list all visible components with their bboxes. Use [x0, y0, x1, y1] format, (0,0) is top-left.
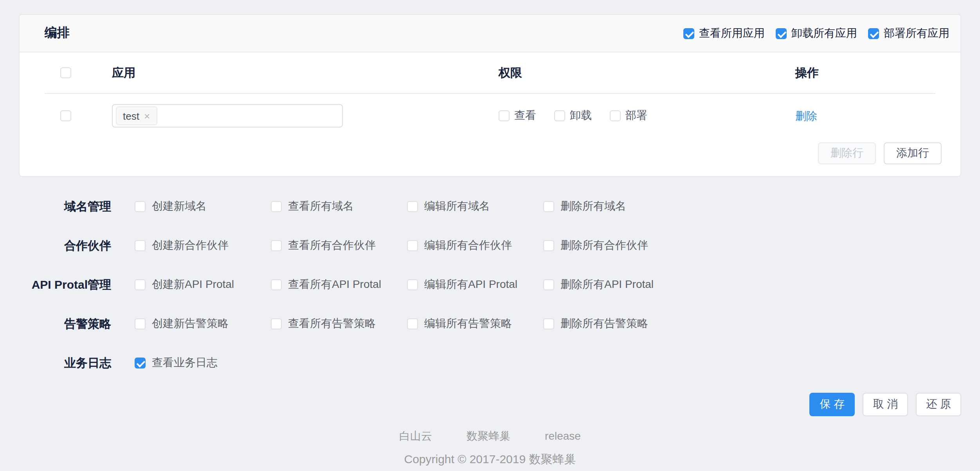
group-alert-policy: 告警策略 创建新告警策略 查看所有告警策略 编辑所有告警策略 删除所有告警策略: [19, 304, 961, 343]
permission-checkbox[interactable]: 编辑所有域名: [407, 200, 543, 214]
footer-link-baishan[interactable]: 白山云: [399, 430, 432, 444]
group-api-portal: API Protal管理 创建新API Protal 查看所有API Prota…: [19, 265, 961, 304]
checkbox-icon[interactable]: [407, 240, 418, 251]
checkbox-label: 查看: [514, 109, 536, 123]
form-actions: 保 存 取 消 还 原: [19, 393, 961, 416]
checkbox-label: 卸载: [570, 109, 592, 123]
permission-checkbox[interactable]: 删除所有域名: [543, 200, 679, 214]
checkbox-icon[interactable]: [407, 279, 418, 290]
orchestration-panel: 编排 查看所用应用 卸载所有应用 部署所有应用: [19, 14, 961, 177]
delete-row-button[interactable]: 删除行: [818, 142, 876, 164]
checkbox-label: 部署所有应用: [884, 26, 949, 40]
column-header-app: 应用: [112, 65, 499, 80]
permission-checkbox[interactable]: 删除所有告警策略: [543, 317, 679, 331]
group-partner: 合作伙伴 创建新合作伙伴 查看所有合作伙伴 编辑所有合作伙伴 删除所有合作伙伴: [19, 226, 961, 265]
global-permission-deploy-all[interactable]: 部署所有应用: [868, 26, 949, 40]
permission-checkbox[interactable]: 查看所有API Protal: [271, 278, 407, 292]
app-select-input[interactable]: test ×: [112, 104, 343, 128]
permission-checkbox[interactable]: 查看所有域名: [271, 200, 407, 214]
row-select-checkbox[interactable]: [60, 110, 71, 121]
checkbox-icon[interactable]: [543, 201, 554, 212]
checkbox-icon[interactable]: [543, 279, 554, 290]
checkbox-icon[interactable]: [135, 201, 146, 212]
checkbox-icon[interactable]: [407, 318, 418, 329]
panel-title: 编排: [45, 25, 70, 41]
table-row: test × 查看 卸载 部: [45, 94, 935, 138]
app-tag: test ×: [116, 106, 157, 125]
permission-checkbox[interactable]: 编辑所有API Protal: [407, 278, 543, 292]
group-name: API Protal管理: [19, 277, 111, 292]
global-permissions: 查看所用应用 卸载所有应用 部署所有应用: [683, 26, 949, 40]
checkbox-icon[interactable]: [683, 28, 694, 39]
permission-checkbox[interactable]: 删除所有合作伙伴: [543, 239, 679, 253]
copyright: Copyright © 2017-2019 数聚蜂巢: [0, 452, 980, 467]
checkbox-icon[interactable]: [135, 358, 146, 369]
footer-link-shuju[interactable]: 数聚蜂巢: [467, 430, 510, 444]
app-permission-table: 应用 权限 操作 test ×: [20, 52, 960, 138]
row-permissions: 查看 卸载 部署: [499, 109, 795, 123]
permission-checkbox[interactable]: 删除所有API Protal: [543, 278, 679, 292]
permission-checkbox[interactable]: 创建新合作伙伴: [135, 239, 271, 253]
global-permission-uninstall-all[interactable]: 卸载所有应用: [776, 26, 857, 40]
table-buttons: 删除行 添加行: [20, 138, 960, 164]
group-name: 告警策略: [19, 316, 111, 331]
group-domain: 域名管理 创建新域名 查看所有域名 编辑所有域名 删除所有域名: [19, 187, 961, 226]
checkbox-icon[interactable]: [868, 28, 879, 39]
column-header-permission: 权限: [499, 65, 795, 80]
checkbox-icon[interactable]: [776, 28, 787, 39]
checkbox-icon[interactable]: [271, 279, 282, 290]
checkbox-label: 部署: [625, 109, 647, 123]
checkbox-icon[interactable]: [610, 110, 621, 121]
permission-checkbox[interactable]: 创建新告警策略: [135, 317, 271, 331]
cancel-button[interactable]: 取 消: [863, 393, 908, 416]
permission-groups: 域名管理 创建新域名 查看所有域名 编辑所有域名 删除所有域名: [19, 187, 961, 383]
tag-remove-icon[interactable]: ×: [144, 110, 150, 122]
checkbox-label: 查看所用应用: [699, 26, 765, 40]
row-permission-deploy[interactable]: 部署: [610, 109, 647, 123]
save-button[interactable]: 保 存: [810, 393, 855, 416]
row-permission-uninstall[interactable]: 卸载: [554, 109, 592, 123]
delete-row-link[interactable]: 删除: [795, 109, 817, 122]
checkbox-icon[interactable]: [543, 240, 554, 251]
checkbox-icon[interactable]: [135, 279, 146, 290]
select-all-checkbox[interactable]: [60, 67, 71, 78]
table-header-row: 应用 权限 操作: [45, 52, 935, 94]
checkbox-icon[interactable]: [271, 240, 282, 251]
page: 编排 查看所用应用 卸载所有应用 部署所有应用: [0, 0, 980, 471]
permission-checkbox[interactable]: 查看业务日志: [135, 356, 271, 370]
footer-links: 白山云 数聚蜂巢 release: [0, 430, 980, 444]
checkbox-icon[interactable]: [554, 110, 565, 121]
global-permission-view-all[interactable]: 查看所用应用: [683, 26, 765, 40]
checkbox-icon[interactable]: [271, 201, 282, 212]
group-name: 域名管理: [19, 199, 111, 214]
checkbox-icon[interactable]: [499, 110, 510, 121]
row-permission-view[interactable]: 查看: [499, 109, 536, 123]
permission-checkbox[interactable]: 编辑所有合作伙伴: [407, 239, 543, 253]
checkbox-icon[interactable]: [271, 318, 282, 329]
permission-checkbox[interactable]: 创建新API Protal: [135, 278, 271, 292]
group-business-log: 业务日志 查看业务日志: [19, 343, 961, 383]
checkbox-icon[interactable]: [135, 318, 146, 329]
permission-checkbox[interactable]: 查看所有合作伙伴: [271, 239, 407, 253]
checkbox-icon[interactable]: [135, 240, 146, 251]
footer-link-release[interactable]: release: [545, 430, 581, 444]
panel-header: 编排 查看所用应用 卸载所有应用 部署所有应用: [20, 15, 960, 52]
checkbox-icon[interactable]: [543, 318, 554, 329]
checkbox-icon[interactable]: [407, 201, 418, 212]
restore-button[interactable]: 还 原: [916, 393, 961, 416]
add-row-button[interactable]: 添加行: [884, 142, 942, 164]
checkbox-label: 卸载所有应用: [791, 26, 857, 40]
column-header-action: 操作: [795, 65, 935, 80]
permission-checkbox[interactable]: 查看所有告警策略: [271, 317, 407, 331]
group-name: 合作伙伴: [19, 238, 111, 253]
app-tag-label: test: [123, 110, 139, 122]
group-name: 业务日志: [19, 356, 111, 370]
permission-checkbox[interactable]: 编辑所有告警策略: [407, 317, 543, 331]
permission-checkbox[interactable]: 创建新域名: [135, 200, 271, 214]
